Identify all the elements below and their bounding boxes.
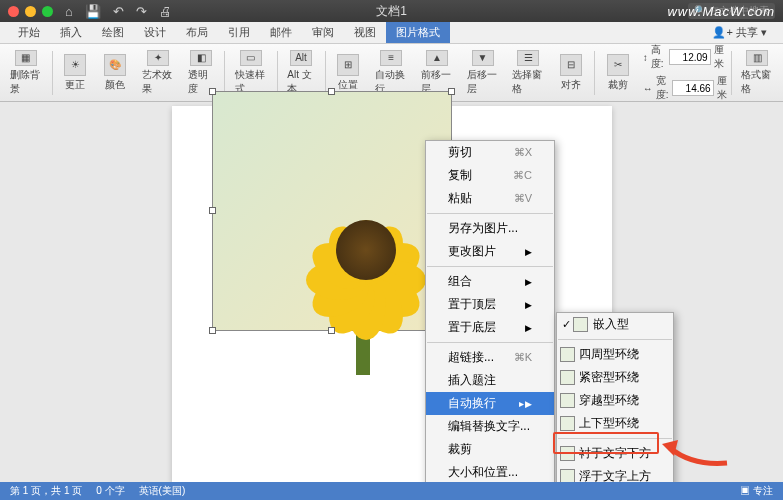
height-icon: ↕ xyxy=(643,52,648,63)
redo-icon[interactable]: ↷ xyxy=(136,4,147,19)
transparency-icon: ◧ xyxy=(190,50,212,66)
wrap-tight-icon xyxy=(560,370,575,385)
color-icon: 🎨 xyxy=(104,54,126,76)
width-field: ↔ 宽度: 厘米 xyxy=(643,74,727,102)
wrap-square[interactable]: 四周型环绕 xyxy=(557,343,673,366)
focus-mode-button[interactable]: ▣ 专注 xyxy=(740,484,773,498)
wrap-topbottom-icon xyxy=(560,416,575,431)
close-window-button[interactable] xyxy=(8,6,19,17)
page-indicator[interactable]: 第 1 页，共 1 页 xyxy=(10,484,82,498)
alt-text-icon: Alt xyxy=(290,50,312,66)
menu-paste[interactable]: 粘贴⌘V xyxy=(426,187,554,210)
menu-copy[interactable]: 复制⌘C xyxy=(426,164,554,187)
resize-handle-ne[interactable] xyxy=(448,88,455,95)
crop-button[interactable]: ✂裁剪 xyxy=(599,48,637,98)
resize-handle-sw[interactable] xyxy=(209,327,216,334)
menu-save-as-picture[interactable]: 另存为图片... xyxy=(426,217,554,240)
selection-pane-icon: ☰ xyxy=(517,50,539,66)
send-backward-button[interactable]: ▼后移一层 xyxy=(461,48,505,98)
document-title: 文档1 xyxy=(376,3,407,20)
wrap-top-bottom[interactable]: 上下型环绕 xyxy=(557,412,673,435)
tab-mailings[interactable]: 邮件 xyxy=(260,22,302,43)
menu-change-picture[interactable]: 更改图片▶ xyxy=(426,240,554,263)
position-icon: ⊞ xyxy=(337,54,359,76)
corrections-icon: ☀ xyxy=(64,54,86,76)
quick-access-toolbar: ⌂ 💾 ↶ ↷ 🖨 xyxy=(65,4,172,19)
menu-insert-caption[interactable]: 插入题注 xyxy=(426,369,554,392)
align-icon: ⊟ xyxy=(560,54,582,76)
tab-view[interactable]: 视图 xyxy=(344,22,386,43)
position-button[interactable]: ⊞位置 xyxy=(329,48,367,98)
wrap-through[interactable]: 穿越型环绕 xyxy=(557,389,673,412)
height-field: ↕ 高度: 厘米 xyxy=(643,43,727,71)
alt-text-button[interactable]: AltAlt 文本 xyxy=(281,48,320,98)
wrap-inline[interactable]: ✓嵌入型 xyxy=(557,313,673,336)
titlebar: ⌂ 💾 ↶ ↷ 🖨 文档1 🔍 在文档中搜索 www.MacW.com xyxy=(0,0,783,22)
save-icon[interactable]: 💾 xyxy=(85,4,101,19)
resize-handle-nw[interactable] xyxy=(209,88,216,95)
print-icon[interactable]: 🖨 xyxy=(159,4,172,19)
color-button[interactable]: 🎨颜色 xyxy=(96,48,134,98)
home-icon[interactable]: ⌂ xyxy=(65,4,73,19)
menu-edit-alt-text[interactable]: 编辑替换文字... xyxy=(426,415,554,438)
window-controls xyxy=(8,6,53,17)
menu-group[interactable]: 组合▶ xyxy=(426,270,554,293)
crop-icon: ✂ xyxy=(607,54,629,76)
width-icon: ↔ xyxy=(643,83,653,94)
tab-draw[interactable]: 绘图 xyxy=(92,22,134,43)
menu-bring-front[interactable]: 置于顶层▶ xyxy=(426,293,554,316)
menu-hyperlink[interactable]: 超链接...⌘K xyxy=(426,346,554,369)
context-menu: 剪切⌘X 复制⌘C 粘贴⌘V 另存为图片... 更改图片▶ 组合▶ 置于顶层▶ … xyxy=(425,140,555,500)
menu-send-back[interactable]: 置于底层▶ xyxy=(426,316,554,339)
backward-icon: ▼ xyxy=(472,50,494,66)
resize-handle-n[interactable] xyxy=(328,88,335,95)
word-count[interactable]: 0 个字 xyxy=(96,484,124,498)
statusbar: 第 1 页，共 1 页 0 个字 英语(美国) ▣ 专注 xyxy=(0,482,783,500)
forward-icon: ▲ xyxy=(426,50,448,66)
tab-layout[interactable]: 布局 xyxy=(176,22,218,43)
menu-crop[interactable]: 裁剪 xyxy=(426,438,554,461)
wrap-tight[interactable]: 紧密型环绕 xyxy=(557,366,673,389)
width-input[interactable] xyxy=(672,80,714,96)
quick-styles-button[interactable]: ▭快速样式 xyxy=(229,48,273,98)
artistic-icon: ✦ xyxy=(147,50,169,66)
wrap-square-icon xyxy=(560,347,575,362)
format-pane-icon: ▥ xyxy=(746,50,768,66)
menu-wrap-text[interactable]: 自动换行▸▶ xyxy=(426,392,554,415)
minimize-window-button[interactable] xyxy=(25,6,36,17)
wrap-submenu: ✓嵌入型 四周型环绕 紧密型环绕 穿越型环绕 上下型环绕 衬于文字下方 浮于文字… xyxy=(556,312,674,500)
remove-background-button[interactable]: ▦删除背景 xyxy=(4,48,48,98)
tab-references[interactable]: 引用 xyxy=(218,22,260,43)
remove-bg-icon: ▦ xyxy=(15,50,37,66)
maximize-window-button[interactable] xyxy=(42,6,53,17)
tab-insert[interactable]: 插入 xyxy=(50,22,92,43)
check-icon: ✓ xyxy=(562,318,571,331)
tab-review[interactable]: 审阅 xyxy=(302,22,344,43)
resize-handle-s[interactable] xyxy=(328,327,335,334)
tab-home[interactable]: 开始 xyxy=(8,22,50,43)
align-button[interactable]: ⊟对齐 xyxy=(552,48,590,98)
wrap-icon: ≡ xyxy=(380,50,402,66)
watermark-text: www.MacW.com xyxy=(667,4,775,19)
selected-image[interactable] xyxy=(212,91,452,331)
height-input[interactable] xyxy=(669,49,711,65)
ribbon-tabs: 开始 插入 绘图 设计 布局 引用 邮件 审阅 视图 图片格式 xyxy=(0,22,783,44)
wrap-behind-text[interactable]: 衬于文字下方 xyxy=(557,442,673,465)
share-button[interactable]: 👤+ 共享 ▾ xyxy=(704,22,775,43)
resize-handle-w[interactable] xyxy=(209,207,216,214)
menu-size-position[interactable]: 大小和位置... xyxy=(426,461,554,484)
undo-icon[interactable]: ↶ xyxy=(113,4,124,19)
artistic-effects-button[interactable]: ✦艺术效果 xyxy=(136,48,180,98)
menu-cut[interactable]: 剪切⌘X xyxy=(426,141,554,164)
corrections-button[interactable]: ☀更正 xyxy=(56,48,94,98)
wrap-inline-icon xyxy=(573,317,588,332)
wrap-through-icon xyxy=(560,393,575,408)
selection-pane-button[interactable]: ☰选择窗格 xyxy=(506,48,550,98)
language-indicator[interactable]: 英语(美国) xyxy=(139,484,186,498)
tab-picture-format[interactable]: 图片格式 xyxy=(386,22,450,43)
wrap-text-button[interactable]: ≡自动换行 xyxy=(369,48,413,98)
tab-design[interactable]: 设计 xyxy=(134,22,176,43)
format-pane-button[interactable]: ▥格式窗格 xyxy=(735,48,779,98)
wrap-behind-icon xyxy=(560,446,575,461)
quick-styles-icon: ▭ xyxy=(240,50,262,66)
